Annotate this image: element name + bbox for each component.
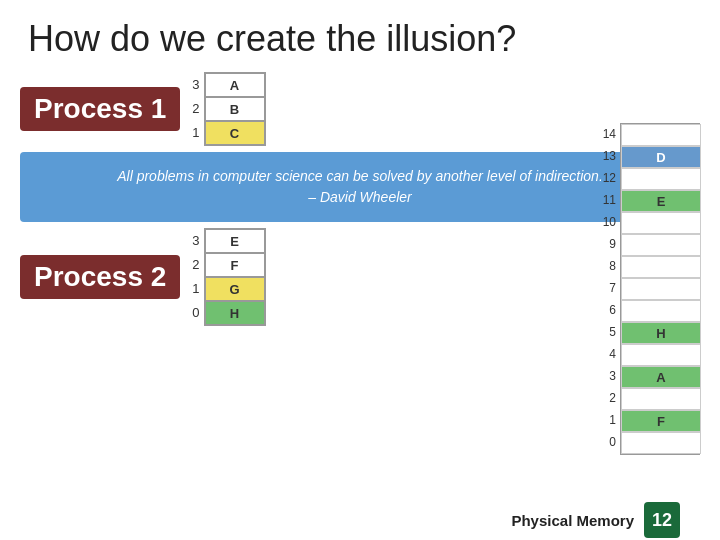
process1-page-C: C [205, 121, 265, 145]
phys-cell-8 [621, 256, 701, 278]
phys-row-num-10: 10 [603, 211, 620, 233]
process2-page-table: E F G H [204, 228, 266, 326]
phys-cell-10 [621, 212, 701, 234]
process1-page-table: A B C [204, 72, 266, 146]
phys-cell-6 [621, 300, 701, 322]
phys-cell-1: F [621, 410, 701, 432]
page-number-badge: 12 [644, 502, 680, 538]
process2-page-F: F [205, 253, 265, 277]
phys-row-num-7: 7 [609, 277, 620, 299]
phys-row-num-1: 1 [609, 409, 620, 431]
phys-row-num-4: 4 [609, 343, 620, 365]
page-title: How do we create the illusion? [0, 0, 720, 68]
phys-mem-footer: Physical Memory 12 [511, 502, 700, 538]
physical-memory-section: 14131211109876543210 DEHAF [603, 123, 700, 455]
phys-cell-4 [621, 344, 701, 366]
process2-page-E: E [205, 229, 265, 253]
phys-cell-14 [621, 124, 701, 146]
phys-cell-13: D [621, 146, 701, 168]
phys-row-num-0: 0 [609, 431, 620, 453]
phys-mem-label: Physical Memory [511, 512, 634, 529]
process2-addresses: 3 2 1 0 [192, 229, 199, 325]
process2-page-G: G [205, 277, 265, 301]
phys-row-num-12: 12 [603, 167, 620, 189]
phys-row-num-6: 6 [609, 299, 620, 321]
quote-text: All problems in computer science can be … [117, 168, 603, 184]
process2-page-H: H [205, 301, 265, 325]
phys-row-num-2: 2 [609, 387, 620, 409]
phys-row-num-14: 14 [603, 123, 620, 145]
phys-mem-grid: DEHAF [620, 123, 700, 455]
quote-banner: All problems in computer science can be … [20, 152, 700, 222]
phys-cell-9 [621, 234, 701, 256]
process1-block: Process 1 3 2 1 A B C [20, 72, 700, 146]
phys-cell-7 [621, 278, 701, 300]
phys-cell-11: E [621, 190, 701, 212]
phys-row-num-13: 13 [603, 145, 620, 167]
phys-cell-12 [621, 168, 701, 190]
process1-page-A: A [205, 73, 265, 97]
phys-cell-0 [621, 432, 701, 454]
process1-addresses: 3 2 1 [192, 73, 199, 145]
phys-cell-3: A [621, 366, 701, 388]
phys-row-num-8: 8 [609, 255, 620, 277]
process2-block: Process 2 3 2 1 0 E F G H [20, 228, 700, 326]
phys-row-num-5: 5 [609, 321, 620, 343]
phys-row-numbers: 14131211109876543210 [603, 123, 620, 455]
process1-page-B: B [205, 97, 265, 121]
process1-label: Process 1 [20, 87, 180, 131]
phys-cell-5: H [621, 322, 701, 344]
phys-row-num-11: 11 [603, 189, 620, 211]
quote-attribution: – David Wheeler [308, 189, 412, 205]
phys-row-num-3: 3 [609, 365, 620, 387]
phys-row-num-9: 9 [609, 233, 620, 255]
phys-cell-2 [621, 388, 701, 410]
process2-label: Process 2 [20, 255, 180, 299]
